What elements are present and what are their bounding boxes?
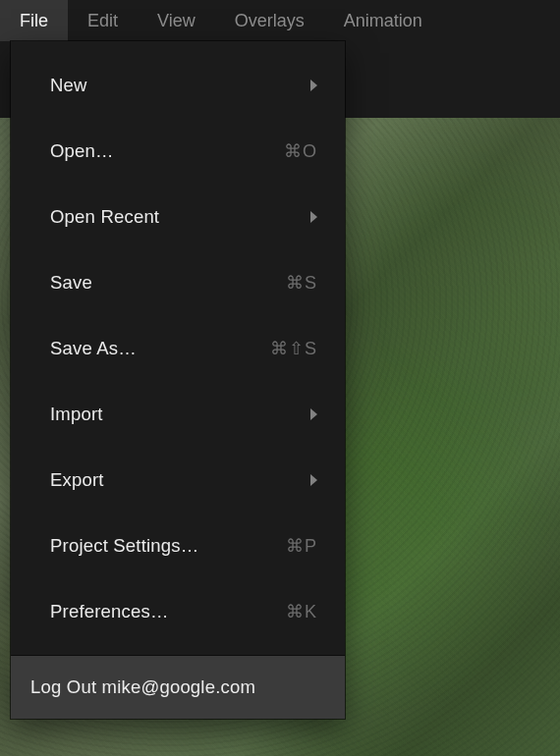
menu-item-shortcut: ⌘K <box>286 601 317 622</box>
submenu-arrow-icon <box>310 474 317 486</box>
menubar: File Edit View Overlays Animation <box>0 0 560 41</box>
menu-item-label: Preferences… <box>50 601 286 622</box>
file-dropdown: New Open… ⌘O Open Recent Save ⌘S Save As… <box>11 41 345 719</box>
menu-item-label: Log Out mike@google.com <box>30 676 255 698</box>
menubar-label: Animation <box>344 11 422 31</box>
menu-item-save[interactable]: Save ⌘S <box>11 260 345 304</box>
menu-item-label: Import <box>50 404 310 425</box>
menubar-item-view[interactable]: View <box>138 0 215 41</box>
menu-item-shortcut: ⌘O <box>284 140 317 162</box>
menu-item-label: Save <box>50 272 286 294</box>
menu-item-project-settings[interactable]: Project Settings… ⌘P <box>11 523 345 567</box>
menu-item-label: Export <box>50 469 310 491</box>
menu-item-save-as[interactable]: Save As… ⌘⇧S <box>11 326 345 370</box>
menubar-item-edit[interactable]: Edit <box>68 0 138 41</box>
menu-item-preferences[interactable]: Preferences… ⌘K <box>11 589 345 633</box>
menu-item-import[interactable]: Import <box>11 392 345 436</box>
menu-item-open-recent[interactable]: Open Recent <box>11 194 345 239</box>
menubar-item-file[interactable]: File <box>0 0 68 41</box>
menubar-label: Overlays <box>235 11 305 31</box>
menubar-item-overlays[interactable]: Overlays <box>215 0 324 41</box>
menubar-label: Edit <box>87 11 118 31</box>
menu-item-export[interactable]: Export <box>11 458 345 502</box>
submenu-arrow-icon <box>310 80 317 91</box>
menu-item-label: Open… <box>50 140 284 162</box>
menu-item-new[interactable]: New <box>11 63 345 107</box>
menu-item-shortcut: ⌘S <box>286 272 317 294</box>
menubar-label: View <box>157 11 196 31</box>
submenu-arrow-icon <box>310 211 317 223</box>
menu-item-label: New <box>50 75 310 96</box>
menu-item-label: Save As… <box>50 338 270 359</box>
menubar-label: File <box>20 11 48 31</box>
menu-item-shortcut: ⌘⇧S <box>270 338 317 359</box>
menu-item-shortcut: ⌘P <box>286 535 317 557</box>
menu-item-open[interactable]: Open… ⌘O <box>11 129 345 173</box>
menu-item-logout[interactable]: Log Out mike@google.com <box>11 656 345 719</box>
submenu-arrow-icon <box>310 408 317 420</box>
menu-item-label: Open Recent <box>50 206 310 228</box>
menu-item-label: Project Settings… <box>50 535 286 557</box>
menubar-item-animation[interactable]: Animation <box>324 0 442 41</box>
